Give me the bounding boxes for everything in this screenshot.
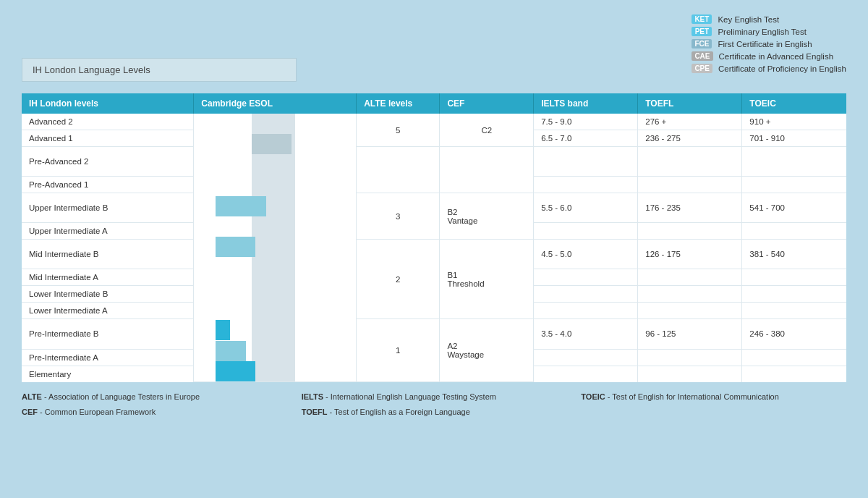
svg-rect-5 xyxy=(216,237,255,257)
toefl-cell: 276 + xyxy=(638,114,742,130)
level-cell: Lower Intermediate A xyxy=(22,303,194,319)
header-ielts: IELTS band xyxy=(534,93,638,114)
legend-item-cpe: CPE Certificate of Proficiency in Englis… xyxy=(692,64,846,73)
toefl-cell xyxy=(638,366,742,382)
alte-cell xyxy=(357,147,440,193)
toeic-cell xyxy=(742,349,846,366)
footnote-toefl: TOEFL - Test of English as a Foreign Lan… xyxy=(302,406,567,418)
svg-rect-1 xyxy=(216,361,255,381)
ielts-cell xyxy=(534,286,638,303)
svg-rect-2 xyxy=(216,341,246,361)
legend-item-ket: KET Key English Test xyxy=(692,14,846,24)
level-cell: Advanced 2 xyxy=(22,114,194,130)
svg-rect-3 xyxy=(216,320,230,340)
badge-cae: CAE xyxy=(692,51,712,61)
legend-label-cae: Certificate in Advanced English xyxy=(719,52,834,61)
level-cell: Upper Intermediate B xyxy=(22,193,194,223)
level-cell: Advanced 1 xyxy=(22,130,194,147)
footnote-empty xyxy=(581,406,846,418)
toefl-cell xyxy=(638,286,742,303)
level-cell: Mid Intermediate A xyxy=(22,269,194,286)
main-container: KET Key English Test PET Preliminary Eng… xyxy=(0,0,868,432)
legend-item-fce: FCE First Certificate in English xyxy=(692,39,846,48)
table-row: Upper Intermediate B 3 B2Vantage 5.5 - 6… xyxy=(22,193,846,223)
toefl-cell: 96 - 125 xyxy=(638,319,742,349)
ielts-cell xyxy=(534,303,638,319)
ielts-cell: 7.5 - 9.0 xyxy=(534,114,638,130)
ielts-cell xyxy=(534,177,638,193)
table-row: Pre-Advanced 2 xyxy=(22,147,846,177)
legend-item-pet: PET Preliminary English Test xyxy=(692,27,846,36)
legend-label-ket: Key English Test xyxy=(718,15,779,24)
level-cell: Pre-Advanced 1 xyxy=(22,177,194,193)
cef-cell: B2Vantage xyxy=(440,193,534,240)
toefl-cell xyxy=(638,223,742,240)
toefl-cell xyxy=(638,269,742,286)
badge-pet: PET xyxy=(692,27,712,36)
badge-ket: KET xyxy=(692,14,712,24)
header-toefl: TOEFL xyxy=(638,93,742,114)
ielts-cell: 3.5 - 4.0 xyxy=(534,319,638,349)
toeic-cell xyxy=(742,147,846,177)
ielts-cell xyxy=(534,366,638,382)
footnote-alte: ALTE - Association of Language Testers i… xyxy=(22,391,287,403)
toeic-cell: 910 + xyxy=(742,114,846,130)
level-cell: Lower Intermediate B xyxy=(22,286,194,303)
table-row: Advanced 2 xyxy=(22,114,846,130)
ielts-cell: 6.5 - 7.0 xyxy=(534,130,638,147)
header-toeic: TOEIC xyxy=(742,93,846,114)
svg-rect-6 xyxy=(252,134,292,154)
level-cell: Pre-Advanced 2 xyxy=(22,147,194,177)
footnote-toeic: TOEIC - Test of English for Internationa… xyxy=(581,391,846,403)
badge-cpe: CPE xyxy=(692,64,712,73)
alte-cell: 2 xyxy=(357,240,440,319)
toefl-cell: 176 - 235 xyxy=(638,193,742,223)
levels-table: IH London levels Cambridge ESOL ALTE lev… xyxy=(22,93,846,382)
alte-cell: 1 xyxy=(357,319,440,382)
fn-cef-abbr: CEF xyxy=(22,408,38,416)
footnotes: ALTE - Association of Language Testers i… xyxy=(22,391,846,418)
legend-label-cpe: Certificate of Proficiency in English xyxy=(718,64,846,73)
toeic-cell: 246 - 380 xyxy=(742,319,846,349)
level-cell: Pre-Intermediate B xyxy=(22,319,194,349)
table-row: Mid Intermediate B 2 B1Threshold 4.5 - 5… xyxy=(22,240,846,269)
ielts-cell: 4.5 - 5.0 xyxy=(534,240,638,269)
ielts-cell xyxy=(534,147,638,177)
table-header-row: IH London levels Cambridge ESOL ALTE lev… xyxy=(22,93,846,114)
fn-toefl-abbr: TOEFL xyxy=(302,408,328,416)
header-cef: CEF xyxy=(440,93,534,114)
badge-fce: FCE xyxy=(692,39,712,48)
chart-title: IH London Language Levels xyxy=(22,58,297,82)
toeic-cell: 381 - 540 xyxy=(742,240,846,269)
header-cambridge: Cambridge ESOL xyxy=(194,93,357,114)
footnote-cef: CEF - Common European Framework xyxy=(22,406,287,418)
toeic-cell xyxy=(742,269,846,286)
footnote-ielts: IELTS - International English Language T… xyxy=(302,391,567,403)
fn-ielts-abbr: IELTS xyxy=(302,392,323,401)
header-alte: ALTE levels xyxy=(357,93,440,114)
toeic-cell: 541 - 700 xyxy=(742,193,846,223)
legend-label-pet: Preliminary English Test xyxy=(718,28,807,36)
cambridge-cell xyxy=(194,114,357,382)
ielts-cell xyxy=(534,269,638,286)
alte-cell: 3 xyxy=(357,193,440,240)
toefl-cell: 126 - 175 xyxy=(638,240,742,269)
level-cell: Elementary xyxy=(22,366,194,382)
cef-cell: B1Threshold xyxy=(440,240,534,319)
toefl-cell xyxy=(638,303,742,319)
legend: KET Key English Test PET Preliminary Eng… xyxy=(692,14,846,73)
toefl-cell xyxy=(638,147,742,177)
ielts-cell xyxy=(534,223,638,240)
svg-rect-4 xyxy=(216,196,266,216)
ielts-cell xyxy=(534,349,638,366)
legend-item-cae: CAE Certificate in Advanced English xyxy=(692,51,846,61)
ielts-cell: 5.5 - 6.0 xyxy=(534,193,638,223)
header-ih-london: IH London levels xyxy=(22,93,194,114)
toeic-cell xyxy=(742,303,846,319)
toeic-cell xyxy=(742,223,846,240)
cef-cell xyxy=(440,147,534,193)
fn-alte-abbr: ALTE xyxy=(22,392,42,401)
toefl-cell xyxy=(638,349,742,366)
toefl-cell: 236 - 275 xyxy=(638,130,742,147)
cef-cell: A2Waystage xyxy=(440,319,534,382)
